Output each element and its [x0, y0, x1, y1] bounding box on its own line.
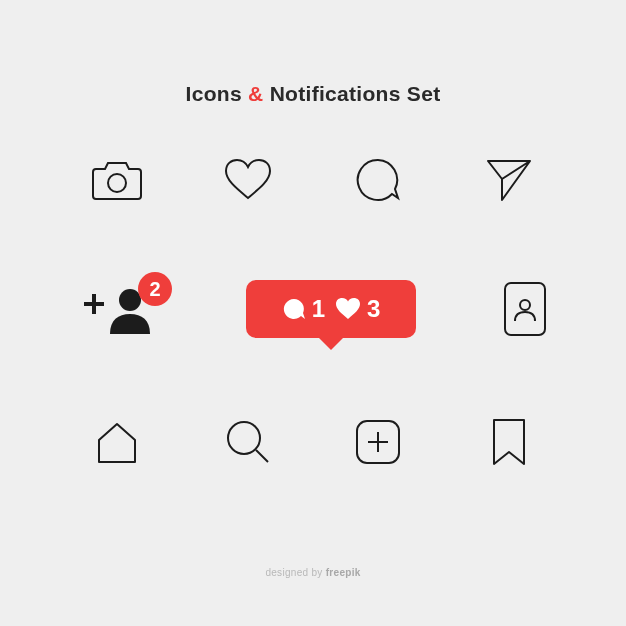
- camera-icon: [88, 159, 146, 201]
- icon-row-3: [0, 418, 626, 466]
- credit-prefix: designed by: [265, 567, 325, 578]
- like-count: 3: [367, 295, 380, 323]
- comment-filled-icon: [282, 297, 306, 321]
- page-title: Icons & Notifications Set: [0, 82, 626, 106]
- notification-bubble: 1 3: [246, 280, 416, 338]
- svg-point-0: [108, 174, 126, 192]
- comment-icon: [349, 156, 407, 204]
- svg-point-5: [520, 300, 530, 310]
- comment-count: 1: [312, 295, 325, 323]
- home-icon: [88, 418, 146, 466]
- title-post: Notifications Set: [264, 82, 441, 105]
- svg-point-6: [228, 422, 260, 454]
- bookmark-icon: [480, 418, 538, 466]
- svg-line-7: [256, 450, 268, 462]
- send-icon: [480, 158, 538, 202]
- heart-icon: [219, 158, 277, 202]
- follower-count-badge: 2: [138, 272, 172, 306]
- add-follower-icon: 2: [80, 280, 166, 338]
- icon-row-1: [0, 156, 626, 204]
- comment-count-group: 1: [282, 295, 325, 323]
- icon-row-2: 2 1 3: [0, 280, 626, 338]
- heart-filled-icon: [335, 297, 361, 321]
- title-amp: &: [248, 82, 263, 105]
- search-icon: [219, 418, 277, 466]
- like-count-group: 3: [335, 295, 380, 323]
- credit-brand: freepik: [326, 567, 361, 578]
- title-pre: Icons: [186, 82, 248, 105]
- add-post-icon: [349, 419, 407, 465]
- credit-line: designed by freepik: [0, 567, 626, 578]
- follower-count: 2: [149, 278, 160, 301]
- profile-icon: [496, 281, 554, 337]
